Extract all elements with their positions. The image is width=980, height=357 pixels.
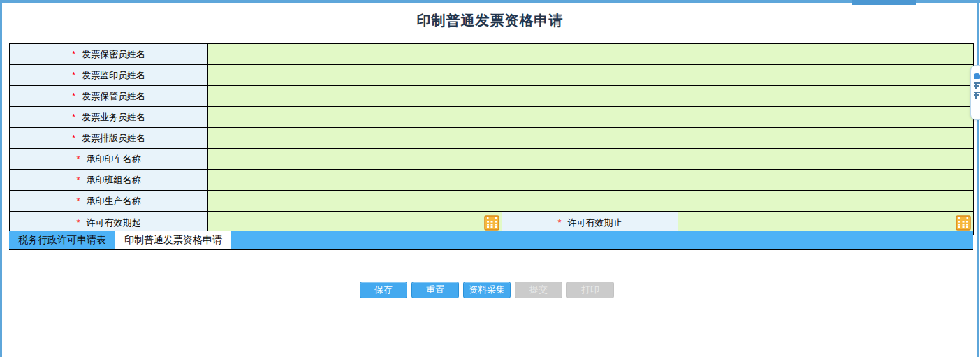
form-row: *发票业务员姓名 bbox=[10, 107, 974, 128]
required-asterisk: * bbox=[72, 112, 75, 122]
service-icon bbox=[974, 73, 980, 79]
form-row: *承印印车名称 bbox=[10, 149, 974, 170]
form-input-field[interactable] bbox=[208, 191, 974, 212]
form-row: *发票排版员姓名 bbox=[10, 128, 974, 149]
required-asterisk: * bbox=[72, 91, 75, 101]
input-value bbox=[208, 50, 211, 60]
tab-1[interactable]: 税务行政许可申请表 bbox=[9, 231, 115, 249]
field-label-cell: *发票保管员姓名 bbox=[10, 86, 208, 107]
form-input-field[interactable] bbox=[208, 65, 974, 86]
required-asterisk: * bbox=[72, 70, 75, 80]
left-border bbox=[0, 0, 2, 357]
required-asterisk: * bbox=[72, 49, 75, 59]
calendar-icon[interactable] bbox=[956, 215, 971, 231]
action-button: 打印 bbox=[566, 282, 614, 298]
input-value bbox=[208, 133, 211, 144]
panel-text-fragment bbox=[974, 82, 980, 89]
panel-text-fragment bbox=[974, 92, 980, 99]
field-label-cell: *承印生产名称 bbox=[10, 191, 208, 212]
input-value bbox=[678, 218, 681, 228]
form-row: *发票保管员姓名 bbox=[10, 86, 974, 107]
right-border bbox=[977, 0, 979, 357]
input-value bbox=[208, 112, 211, 123]
required-asterisk: * bbox=[76, 154, 80, 164]
field-label-cell: *发票排版员姓名 bbox=[10, 128, 208, 149]
form-input-field[interactable] bbox=[208, 149, 974, 170]
required-asterisk: * bbox=[76, 175, 80, 185]
input-value bbox=[208, 92, 211, 102]
form-input-field[interactable] bbox=[208, 107, 974, 128]
action-button[interactable]: 资料采集 bbox=[463, 282, 511, 298]
field-label-cell: *发票业务员姓名 bbox=[10, 107, 208, 128]
form-row: *发票监印员姓名 bbox=[10, 65, 974, 86]
field-label: 发票业务员姓名 bbox=[82, 112, 145, 122]
field-label: 承印生产名称 bbox=[87, 196, 141, 206]
field-label: 发票保密员姓名 bbox=[82, 49, 145, 59]
field-label-cell: *承印班组名称 bbox=[10, 170, 208, 191]
tab-2[interactable]: 印制普通发票资格申请 bbox=[115, 231, 231, 249]
form-row: *承印生产名称 bbox=[10, 191, 974, 212]
field-label-cell: *发票保密员姓名 bbox=[10, 44, 208, 65]
form-row: *承印班组名称 bbox=[10, 170, 974, 191]
field-label: 承印班组名称 bbox=[87, 175, 141, 185]
form-row: *发票保密员姓名 bbox=[10, 44, 974, 65]
form-input-field[interactable] bbox=[208, 44, 974, 65]
form-input-field[interactable] bbox=[208, 128, 974, 149]
application-form-table: *发票保密员姓名*发票监印员姓名*发票保管员姓名*发票业务员姓名*发票排版员姓名… bbox=[9, 43, 974, 235]
action-button[interactable]: 重置 bbox=[411, 282, 459, 298]
field-label: 发票排版员姓名 bbox=[82, 133, 145, 143]
input-value bbox=[208, 218, 211, 228]
required-asterisk: * bbox=[76, 217, 80, 228]
action-button: 提交 bbox=[515, 282, 562, 298]
field-label-cell: *发票监印员姓名 bbox=[10, 65, 208, 86]
required-asterisk: * bbox=[76, 196, 80, 206]
button-row: 保存重置资料采集提交打印 bbox=[360, 282, 614, 298]
top-border bbox=[0, 0, 980, 3]
action-button[interactable]: 保存 bbox=[360, 282, 407, 298]
input-value bbox=[208, 175, 211, 186]
field-label: 发票保管员姓名 bbox=[82, 91, 145, 101]
calendar-icon[interactable] bbox=[484, 215, 499, 231]
horizontal-scrollbar-thumb[interactable] bbox=[852, 0, 916, 5]
floating-side-panel[interactable] bbox=[970, 65, 980, 120]
input-value bbox=[208, 71, 211, 81]
field-label: 许可有效期起 bbox=[87, 217, 141, 228]
form-input-field[interactable] bbox=[208, 170, 974, 191]
required-asterisk: * bbox=[557, 217, 561, 228]
tab-bar: 税务行政许可申请表印制普通发票资格申请 bbox=[9, 231, 973, 250]
input-value bbox=[208, 154, 211, 165]
page-title: 印制普通发票资格申请 bbox=[0, 11, 980, 30]
field-label: 承印印车名称 bbox=[87, 154, 141, 164]
form-input-field[interactable] bbox=[208, 86, 974, 107]
field-label: 发票监印员姓名 bbox=[82, 70, 145, 80]
field-label: 许可有效期止 bbox=[568, 217, 622, 228]
field-label-cell: *承印印车名称 bbox=[10, 149, 208, 170]
input-value bbox=[208, 196, 211, 207]
required-asterisk: * bbox=[72, 133, 75, 143]
